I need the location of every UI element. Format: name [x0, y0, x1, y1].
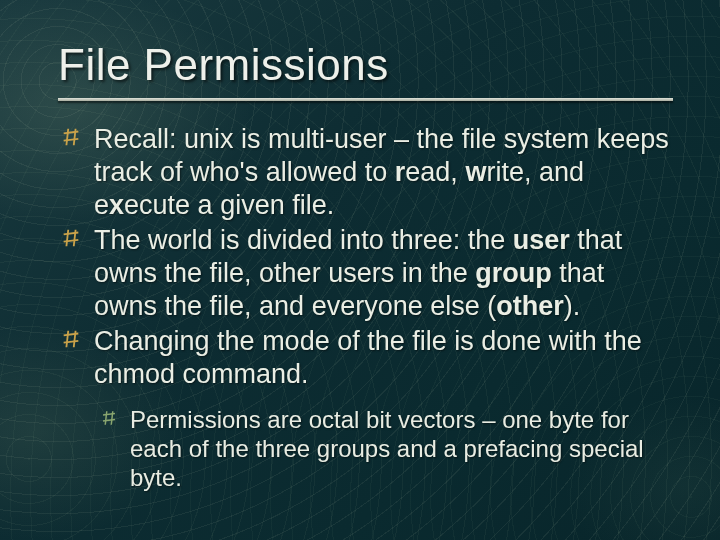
sub-bullet-list: Permissions are octal bit vectors – one …	[94, 405, 670, 493]
slide-content: File Permissions Recall: unix is multi-u…	[0, 0, 720, 540]
slide-title: File Permissions	[58, 40, 670, 90]
hash-bullet-icon	[60, 227, 82, 249]
bullet-item: The world is divided into three: the use…	[94, 224, 670, 323]
svg-line-13	[103, 419, 115, 421]
bullet-item: Recall: unix is multi-user – the file sy…	[94, 123, 670, 222]
svg-line-14	[105, 411, 107, 425]
sub-bullet-item: Permissions are octal bit vectors – one …	[130, 405, 670, 493]
bullet-text: Recall: unix is multi-user – the file sy…	[94, 124, 669, 220]
bullet-text: The world is divided into three: the use…	[94, 225, 622, 321]
bullet-item: Changing the mode of the file is done wi…	[94, 325, 670, 493]
hash-bullet-icon	[100, 409, 118, 427]
svg-line-5	[64, 240, 79, 242]
svg-line-9	[64, 340, 79, 342]
svg-line-1	[64, 139, 79, 141]
bullet-list: Recall: unix is multi-user – the file sy…	[58, 123, 670, 492]
sub-bullet-text: Permissions are octal bit vectors – one …	[130, 406, 644, 492]
svg-line-10	[66, 330, 68, 347]
hash-bullet-icon	[60, 126, 82, 148]
bullet-text: Changing the mode of the file is done wi…	[94, 326, 642, 389]
title-underline	[58, 98, 673, 101]
svg-line-6	[66, 230, 68, 247]
hash-bullet-icon	[60, 328, 82, 350]
svg-line-2	[66, 129, 68, 146]
